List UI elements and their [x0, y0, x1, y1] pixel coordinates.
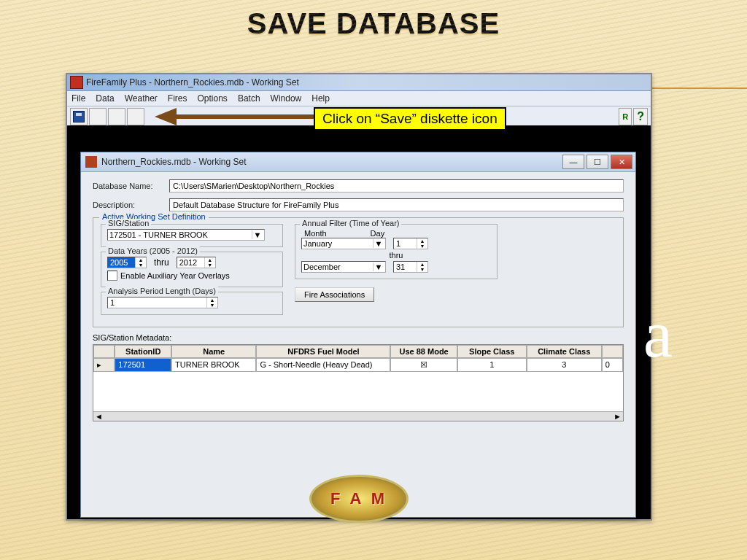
db-name-field[interactable]: C:\Users\SMarien\Desktop\Northern_Rockie…	[169, 179, 624, 192]
day-to-spinner[interactable]: 31 ▲▼	[393, 261, 428, 273]
grid-header: StationID Name NFDRS Fuel Model Use 88 M…	[93, 345, 623, 358]
toolbar-r-button[interactable]: R	[619, 108, 632, 125]
app-titlebar: FireFamily Plus - Northern_Rockies.mdb -…	[67, 74, 651, 91]
toolbar-button-2[interactable]	[89, 108, 107, 125]
menu-options[interactable]: Options	[198, 93, 228, 104]
background-letter: a	[643, 297, 673, 372]
sig-station-legend: SIG/Station	[106, 219, 151, 228]
menu-bar: File Data Weather Fires Options Batch Wi…	[67, 91, 651, 106]
day-to-value: 31	[394, 262, 417, 272]
cell-use88: ☒	[390, 358, 457, 372]
spinner-arrows-icon: ▲▼	[206, 298, 217, 308]
data-years-group: Data Years (2005 - 2012) 2005 ▲▼ thru 20…	[101, 252, 283, 287]
menu-data[interactable]: Data	[96, 93, 114, 104]
month-header: Month	[304, 229, 327, 238]
menu-batch[interactable]: Batch	[238, 93, 260, 104]
accent-rule	[645, 88, 747, 89]
analysis-period-group: Analysis Period Length (Days) 1 ▲▼	[101, 292, 283, 315]
horizontal-scrollbar[interactable]: ◄ ►	[93, 411, 623, 421]
menu-weather[interactable]: Weather	[125, 93, 158, 104]
toolbar-button-4[interactable]	[127, 108, 144, 125]
thru-label-1: thru	[154, 257, 169, 268]
fam-logo-badge: F A M	[309, 475, 409, 523]
menu-help[interactable]: Help	[311, 93, 330, 104]
diskette-icon	[73, 111, 85, 122]
menu-fires[interactable]: Fires	[168, 93, 187, 104]
spinner-arrows-icon: ▲▼	[417, 262, 427, 272]
spinner-arrows-icon: ▲▼	[135, 257, 146, 268]
cell-stationid: 172501	[115, 358, 171, 372]
app-icon	[70, 76, 83, 89]
save-button[interactable]	[70, 108, 88, 125]
cell-slope: 1	[457, 358, 527, 372]
spinner-arrows-icon: ▲▼	[417, 238, 427, 249]
col-use88[interactable]: Use 88 Mode	[390, 345, 457, 358]
scroll-left-icon[interactable]: ◄	[95, 412, 103, 421]
month-to-combo[interactable]: December ▼	[301, 261, 386, 273]
day-from-spinner[interactable]: 1 ▲▼	[393, 238, 428, 249]
cell-name: TURNER BROOK	[171, 358, 256, 372]
checkbox-icon	[107, 271, 117, 281]
sig-station-group: SIG/Station 172501 - TURNER BROOK ▼	[101, 224, 283, 247]
active-working-set-group: Active Working Set Definition SIG/Statio…	[93, 217, 624, 327]
table-row[interactable]: ▸ 172501 TURNER BROOK G - Short-Needle (…	[93, 358, 623, 372]
col-slope-class[interactable]: Slope Class	[457, 345, 527, 358]
sig-station-combo[interactable]: 172501 - TURNER BROOK ▼	[107, 229, 265, 241]
year-to-spinner[interactable]: 2012 ▲▼	[177, 257, 216, 268]
day-header: Day	[371, 229, 385, 238]
aux-overlays-checkbox[interactable]: Enable Auxiliary Year Overlays	[107, 271, 276, 281]
col-fuel-model[interactable]: NFDRS Fuel Model	[256, 345, 390, 358]
col-climate-class[interactable]: Climate Class	[527, 345, 602, 358]
menu-window[interactable]: Window	[271, 93, 302, 104]
col-stationid[interactable]: StationID	[115, 345, 171, 358]
analysis-period-value: 1	[108, 298, 206, 308]
annual-filter-group: Annual Filter (Time of Year) Month Day J…	[295, 224, 498, 279]
chevron-down-icon: ▼	[252, 230, 263, 239]
dialog-icon	[85, 156, 97, 168]
month-from-combo[interactable]: January ▼	[301, 238, 386, 249]
dialog-title-text: Northern_Rockies.mdb - Working Set	[101, 157, 247, 167]
annual-filter-legend: Annual Filter (Time of Year)	[300, 219, 401, 228]
day-from-value: 1	[394, 238, 417, 249]
dialog-body: Database Name: C:\Users\SMarien\Desktop\…	[81, 172, 635, 429]
data-years-legend: Data Years (2005 - 2012)	[106, 246, 200, 255]
month-to-value: December	[303, 262, 341, 271]
minimize-button[interactable]: —	[562, 155, 584, 169]
aux-overlays-label: Enable Auxiliary Year Overlays	[120, 271, 230, 280]
scroll-right-icon[interactable]: ►	[614, 412, 622, 421]
metadata-grid[interactable]: StationID Name NFDRS Fuel Model Use 88 M…	[93, 344, 624, 421]
month-from-value: January	[303, 239, 332, 248]
toolbar-help-button[interactable]: ?	[633, 108, 648, 125]
mdi-client-area: a Northern_Rockies.mdb - Working Set — ☐…	[67, 125, 651, 519]
menu-file[interactable]: File	[71, 93, 85, 104]
description-field[interactable]: Default Database Structure for FireFamil…	[169, 198, 624, 211]
chevron-down-icon: ▼	[373, 239, 384, 248]
db-name-label: Database Name:	[93, 182, 169, 190]
toolbar-button-3[interactable]	[108, 108, 125, 125]
spinner-arrows-icon: ▲▼	[204, 257, 215, 268]
maximize-button[interactable]: ☐	[587, 155, 608, 169]
instruction-callout: Click on “Save” diskette icon	[314, 107, 506, 131]
cell-fuel: G - Short-Needle (Heavy Dead)	[256, 358, 390, 372]
thru-label-2: thru	[301, 251, 491, 260]
col-name[interactable]: Name	[171, 345, 256, 358]
app-window: FireFamily Plus - Northern_Rockies.mdb -…	[66, 73, 652, 521]
metadata-label: SIG/Station Metadata:	[93, 333, 624, 342]
chevron-down-icon: ▼	[373, 262, 384, 271]
cell-climate: 3	[527, 358, 602, 372]
fire-associations-button[interactable]: Fire Associations	[295, 287, 374, 302]
dialog-titlebar: Northern_Rockies.mdb - Working Set — ☐ ✕	[81, 152, 635, 172]
description-label: Description:	[93, 201, 169, 209]
analysis-period-spinner[interactable]: 1 ▲▼	[107, 297, 218, 308]
year-to-value: 2012	[177, 257, 204, 268]
analysis-period-legend: Analysis Period Length (Days)	[106, 287, 218, 295]
app-title: FireFamily Plus - Northern_Rockies.mdb -…	[86, 77, 299, 88]
slide-title: SAVE DATABASE	[0, 0, 747, 40]
year-from-value: 2005	[108, 257, 135, 268]
working-set-dialog: Northern_Rockies.mdb - Working Set — ☐ ✕…	[80, 152, 636, 518]
sig-station-value: 172501 - TURNER BROOK	[109, 230, 208, 239]
close-button[interactable]: ✕	[611, 155, 632, 169]
year-from-spinner[interactable]: 2005 ▲▼	[107, 257, 147, 268]
